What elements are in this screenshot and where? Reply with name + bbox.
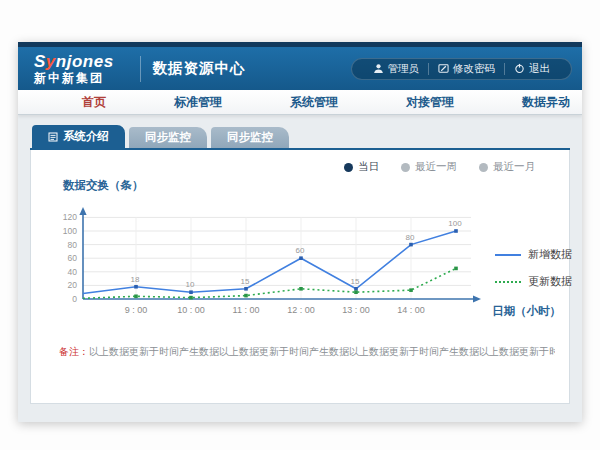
svg-text:14 : 00: 14 : 00 (397, 305, 425, 315)
power-icon (514, 63, 525, 74)
tab-label: 系统介绍 (63, 129, 109, 144)
svg-text:12 : 00: 12 : 00 (287, 305, 315, 315)
user-name: 管理员 (388, 62, 420, 76)
svg-text:100: 100 (448, 219, 462, 228)
chart-region: 0204060801001209 : 0010 : 0011 : 0012 : … (41, 195, 559, 321)
svg-text:100: 100 (63, 226, 77, 236)
x-axis-title: 日期（小时） (492, 304, 561, 319)
radio-icon (344, 163, 353, 172)
user-icon (373, 63, 384, 74)
tab-label: 同步监控 (227, 130, 273, 145)
svg-text:80: 80 (68, 240, 78, 250)
legend-label: 新增数据 (528, 247, 572, 262)
svg-text:60: 60 (68, 253, 78, 263)
svg-text:60: 60 (296, 246, 305, 255)
line-chart: 0204060801001209 : 0010 : 0011 : 0012 : … (41, 195, 491, 321)
radio-last-week[interactable]: 最近一周 (401, 160, 457, 174)
document-icon (48, 132, 58, 142)
content-area: 系统介绍 同步监控 同步监控 当日 最近一 (18, 115, 582, 404)
radio-label: 当日 (358, 160, 379, 174)
main-nav: 首页 标准管理 系统管理 对接管理 数据异动 (18, 90, 582, 115)
radio-icon (479, 163, 488, 172)
page-title: 数据资源中心 (153, 59, 246, 78)
svg-text:13 : 00: 13 : 00 (342, 305, 370, 315)
page-background: Synjones 新中新集团 数据资源中心 管理员 修改密码 退出 (0, 0, 600, 450)
radio-today[interactable]: 当日 (344, 160, 379, 174)
range-filter-group: 当日 最近一周 最近一月 (41, 156, 559, 176)
svg-text:11 : 00: 11 : 00 (233, 305, 260, 315)
radio-label: 最近一周 (415, 160, 457, 174)
tab-sync-monitor-2[interactable]: 同步监控 (211, 127, 289, 148)
svg-text:10: 10 (186, 280, 195, 289)
brand-company: 新中新集团 (34, 72, 114, 84)
legend-label: 更新数据 (528, 274, 572, 289)
chart-panel: 当日 最近一周 最近一月 数据交换（条） 0204060801001209 : … (30, 150, 570, 404)
brand-wordmark: Synjones (34, 53, 114, 70)
nav-item-interface-mgmt[interactable]: 对接管理 (372, 94, 488, 111)
svg-text:0: 0 (72, 294, 77, 304)
tab-label: 同步监控 (145, 130, 191, 145)
nav-item-standard-mgmt[interactable]: 标准管理 (140, 94, 256, 111)
svg-text:15: 15 (241, 277, 250, 286)
nav-item-home[interactable]: 首页 (48, 94, 140, 111)
change-password-button[interactable]: 修改密码 (429, 62, 504, 76)
change-password-label: 修改密码 (453, 62, 495, 76)
svg-text:20: 20 (68, 280, 78, 290)
y-axis-title: 数据交换（条） (63, 178, 559, 193)
legend-line-sample (495, 254, 521, 256)
svg-text:10 : 00: 10 : 00 (177, 305, 205, 315)
legend-line-sample (495, 281, 521, 283)
legend-item-update-data[interactable]: 更新数据 (495, 274, 572, 289)
logout-button[interactable]: 退出 (505, 62, 559, 76)
radio-last-month[interactable]: 最近一月 (479, 160, 535, 174)
tab-sync-monitor-1[interactable]: 同步监控 (129, 127, 207, 148)
footnote-label: 备注： (59, 346, 89, 357)
legend-item-new-data[interactable]: 新增数据 (495, 247, 572, 262)
svg-text:40: 40 (68, 267, 78, 277)
header-divider (140, 56, 141, 82)
svg-text:120: 120 (63, 212, 77, 222)
app-window: Synjones 新中新集团 数据资源中心 管理员 修改密码 退出 (18, 42, 582, 422)
user-toolbar: 管理员 修改密码 退出 (351, 58, 573, 80)
tab-system-intro[interactable]: 系统介绍 (32, 125, 125, 148)
user-menu[interactable]: 管理员 (364, 62, 429, 76)
svg-text:18: 18 (131, 275, 140, 284)
logout-label: 退出 (529, 62, 550, 76)
brand-logo: Synjones 新中新集团 (34, 53, 114, 84)
radio-label: 最近一月 (493, 160, 535, 174)
footnote-text: 以上数据更新于时间产生数据以上数据更新于时间产生数据以上数据更新于时间产生数据以… (89, 346, 555, 357)
footnote: 备注：以上数据更新于时间产生数据以上数据更新于时间产生数据以上数据更新于时间产生… (59, 345, 555, 359)
tab-bar: 系统介绍 同步监控 同步监控 (30, 125, 570, 148)
svg-text:9 : 00: 9 : 00 (125, 305, 148, 315)
nav-item-data-change[interactable]: 数据异动 (488, 94, 582, 111)
radio-icon (401, 163, 410, 172)
svg-text:15: 15 (351, 277, 360, 286)
app-header: Synjones 新中新集团 数据资源中心 管理员 修改密码 退出 (18, 47, 582, 90)
edit-icon (438, 63, 449, 74)
nav-item-system-mgmt[interactable]: 系统管理 (256, 94, 372, 111)
svg-text:80: 80 (406, 233, 415, 242)
